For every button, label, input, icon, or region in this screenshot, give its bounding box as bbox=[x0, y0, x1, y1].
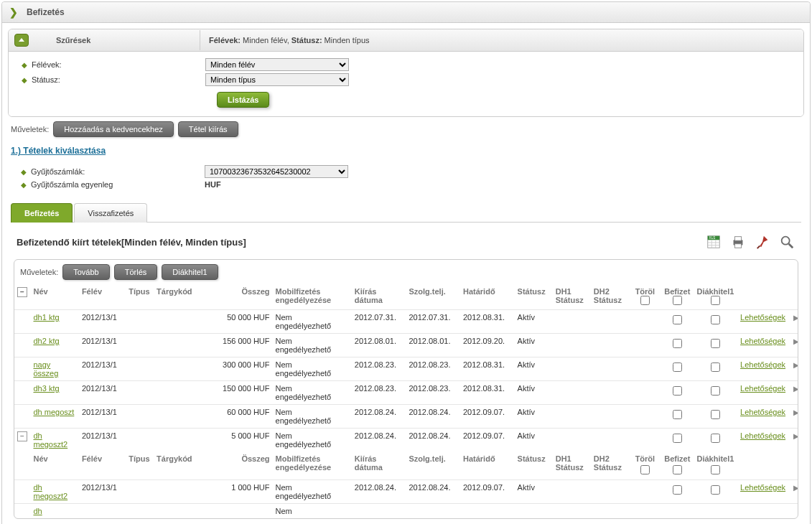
print-icon[interactable] bbox=[729, 233, 747, 251]
row-options-link[interactable]: Lehetőségek bbox=[740, 408, 785, 416]
table-row: dhNem bbox=[14, 504, 798, 519]
cell: Nem engedélyezhető bbox=[273, 310, 352, 334]
cell: Nem engedélyezhető bbox=[273, 381, 352, 405]
items-table: − Név Félév Típus Tárgykód Összeg Mobilf… bbox=[14, 284, 798, 518]
dh1-checkbox[interactable] bbox=[711, 410, 720, 419]
cell: Aktív bbox=[515, 429, 553, 452]
diamond-icon: ◆ bbox=[21, 168, 27, 176]
cell bbox=[126, 429, 154, 452]
dh1-checkbox[interactable] bbox=[711, 315, 720, 324]
cell: 2012.07.31. bbox=[352, 310, 406, 334]
th-term[interactable]: Félév bbox=[79, 284, 126, 310]
th-status[interactable]: Státusz bbox=[515, 284, 553, 310]
row-options-link[interactable]: Lehetőségek bbox=[740, 313, 785, 322]
table-row: −dh megoszt22012/13/15 000 HUFNem engedé… bbox=[14, 429, 798, 452]
item-name-link[interactable]: dh megoszt2 bbox=[33, 431, 67, 449]
th-dh2[interactable]: DH2 Státusz bbox=[591, 284, 629, 310]
cell bbox=[591, 405, 629, 429]
item-name-link[interactable]: dh megoszt bbox=[33, 408, 74, 416]
pay-checkbox[interactable] bbox=[673, 485, 682, 495]
cell bbox=[126, 310, 154, 334]
dh1-checkbox[interactable] bbox=[711, 386, 720, 396]
chevron-right-icon[interactable]: ▶ bbox=[793, 408, 798, 416]
collapse-filter-button[interactable] bbox=[14, 34, 29, 47]
item-name-link[interactable]: nagy összeg bbox=[33, 360, 58, 378]
th-mobile[interactable]: Mobilfizetés engedélyezése bbox=[273, 284, 352, 310]
new-item-button[interactable]: Tétel kiírás bbox=[178, 121, 238, 137]
th-due[interactable]: Határidő bbox=[460, 284, 515, 310]
grid-next-button[interactable]: Tovább bbox=[62, 264, 109, 280]
filter-terms-select[interactable]: Minden félév bbox=[205, 58, 349, 71]
item-name-link[interactable]: dh2 ktg bbox=[33, 337, 59, 345]
select-all-dh1[interactable] bbox=[711, 296, 720, 305]
row-options-link[interactable]: Lehetőségek bbox=[740, 360, 785, 369]
search-icon[interactable] bbox=[778, 233, 795, 251]
select-all-delete[interactable] bbox=[640, 296, 650, 305]
pay-checkbox[interactable] bbox=[673, 386, 682, 396]
cell: Aktív bbox=[515, 381, 553, 405]
pay-checkbox[interactable] bbox=[673, 339, 682, 348]
dh1-checkbox[interactable] bbox=[711, 362, 720, 372]
th-amount[interactable]: Összeg bbox=[205, 284, 273, 310]
th-issue[interactable]: Kiírás dátuma bbox=[352, 284, 406, 310]
th-dh1[interactable]: DH1 Státusz bbox=[553, 284, 591, 310]
item-name-link[interactable]: dh1 ktg bbox=[33, 313, 59, 322]
th-subj[interactable]: Tárgykód bbox=[154, 284, 205, 310]
item-name-link[interactable]: dh bbox=[33, 507, 42, 515]
row-options-link[interactable]: Lehetőségek bbox=[740, 483, 785, 492]
cell bbox=[553, 357, 591, 381]
pay-checkbox[interactable] bbox=[673, 410, 682, 419]
cell: 2012.07.31. bbox=[406, 310, 460, 334]
th-serv[interactable]: Szolg.telj. bbox=[406, 284, 460, 310]
expand-all-button[interactable]: − bbox=[17, 287, 27, 297]
dh1-checkbox[interactable] bbox=[711, 485, 720, 495]
select-all-pay[interactable] bbox=[673, 296, 682, 305]
chevron-right-icon[interactable]: ▶ bbox=[793, 361, 798, 369]
tab-refund[interactable]: Visszafizetés bbox=[74, 203, 147, 223]
row-expander[interactable]: − bbox=[17, 431, 27, 441]
sub-select-all-pay[interactable] bbox=[673, 465, 682, 474]
cell: Aktív bbox=[515, 405, 553, 429]
chevron-right-icon[interactable]: ▶ bbox=[793, 314, 798, 322]
table-row: nagy összeg2012/13/1300 000 HUFNem enged… bbox=[14, 357, 798, 381]
dh1-checkbox[interactable] bbox=[711, 434, 720, 443]
dh1-checkbox[interactable] bbox=[711, 339, 720, 348]
item-name-link[interactable]: dh3 ktg bbox=[33, 384, 59, 393]
row-options-link[interactable]: Lehetőségek bbox=[740, 337, 785, 345]
row-options-link[interactable]: Lehetőségek bbox=[740, 431, 785, 440]
cell: 156 000 HUF bbox=[205, 334, 273, 357]
th-type[interactable]: Típus bbox=[126, 284, 154, 310]
chevron-right-icon[interactable]: ▶ bbox=[793, 484, 798, 492]
cell bbox=[154, 334, 205, 357]
page-title: Befizetés bbox=[27, 7, 65, 17]
chevron-right-icon[interactable]: ▶ bbox=[793, 385, 798, 393]
chevron-right-icon[interactable]: ▶ bbox=[793, 337, 798, 345]
grid-delete-button[interactable]: Törlés bbox=[114, 264, 158, 280]
row-options-link[interactable]: Lehetőségek bbox=[740, 384, 785, 393]
sub-select-all-delete[interactable] bbox=[640, 465, 650, 474]
pin-icon[interactable] bbox=[754, 233, 771, 251]
cell: 2012.08.01. bbox=[352, 334, 406, 357]
tab-payment[interactable]: Befizetés bbox=[11, 203, 73, 223]
sub-select-all-dh1[interactable] bbox=[711, 465, 720, 474]
pay-checkbox[interactable] bbox=[673, 434, 682, 443]
cell: 2012.09.07. bbox=[460, 405, 515, 429]
list-button[interactable]: Listázás bbox=[217, 92, 269, 108]
filter-status-select[interactable]: Minden típus bbox=[205, 73, 349, 86]
export-xls-icon[interactable]: XLS bbox=[705, 233, 722, 251]
add-favorite-button[interactable]: Hozzáadás a kedvencekhez bbox=[53, 121, 174, 137]
cell: Nem engedélyezhető bbox=[273, 480, 352, 504]
accounts-select[interactable]: 10700323673532645230002 bbox=[205, 165, 348, 178]
svg-rect-8 bbox=[734, 237, 741, 241]
section-select-items[interactable]: 1.) Tételek kiválasztása bbox=[8, 141, 108, 160]
cell: 2012.08.31. bbox=[460, 357, 515, 381]
pay-checkbox[interactable] bbox=[673, 362, 682, 372]
grid-dh1-button[interactable]: Diákhitel1 bbox=[162, 264, 218, 280]
accounts-label: Gyűjtőszámlák: bbox=[31, 167, 205, 176]
th-name[interactable]: Név bbox=[30, 284, 78, 310]
pay-checkbox[interactable] bbox=[673, 315, 682, 324]
cell: 2012/13/1 bbox=[79, 480, 126, 504]
item-name-link[interactable]: dh megoszt2 bbox=[33, 483, 67, 500]
chevron-right-icon[interactable]: ▶ bbox=[793, 432, 798, 440]
cell: 2012.09.20. bbox=[460, 334, 515, 357]
